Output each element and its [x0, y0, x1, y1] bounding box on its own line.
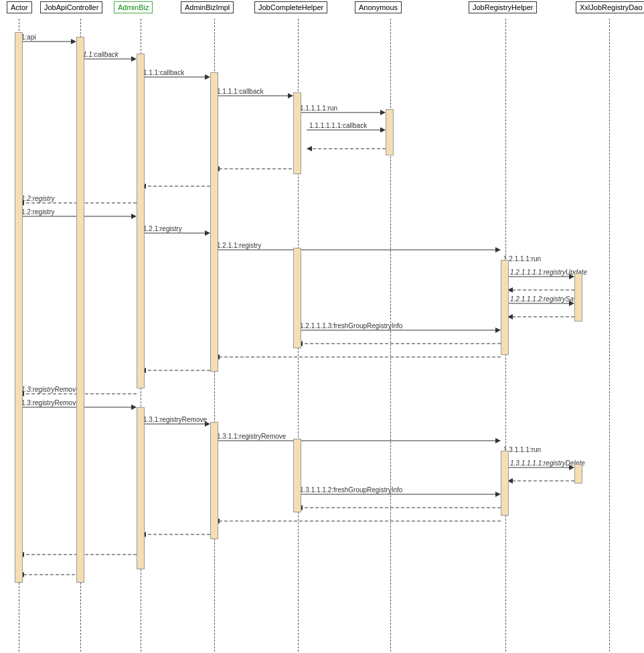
svg-marker-28	[131, 214, 137, 219]
svg-marker-16	[380, 127, 386, 133]
svg-text:1.2.1.1:registry: 1.2.1.1:registry	[217, 242, 261, 249]
svg-text:1.3.1.1.1.2:freshGroupRegistry: 1.3.1.1.1.2:freshGroupRegistryInfo	[300, 486, 403, 494]
svg-marker-19	[307, 146, 312, 151]
svg-text:1.3.1.1.1:run: 1.3.1.1.1:run	[503, 446, 541, 453]
actor-box-jobApiController: JobApiController	[40, 1, 102, 13]
svg-text:1.2:registry: 1.2:registry	[21, 208, 54, 216]
svg-marker-31	[205, 230, 210, 236]
svg-text:1.1.1:callback: 1.1.1:callback	[143, 69, 185, 76]
activation-anonymous1	[386, 109, 394, 155]
svg-text:1.2.1.1.1:run: 1.2.1.1.1:run	[503, 255, 541, 263]
svg-text:1.2:registry: 1.2:registry	[21, 195, 55, 202]
actor-box-jobRegistryHelper: JobRegistryHelper	[469, 1, 537, 13]
svg-marker-34	[495, 247, 501, 252]
svg-text:1.1.1.1.1.1:callback: 1.1.1.1.1.1:callback	[309, 122, 368, 129]
activation-jobCompleteHelper1	[293, 92, 301, 174]
activation-jobApiController	[76, 37, 84, 583]
svg-marker-50	[495, 328, 501, 333]
svg-marker-10	[288, 93, 293, 98]
svg-text:1.2.1.1.1.2:registrySave: 1.2.1.1.1.2:registrySave	[510, 295, 581, 303]
svg-marker-4	[131, 56, 137, 62]
activation-jobCompleteHelper2	[293, 248, 301, 348]
svg-text:1.3:registryRemove: 1.3:registryRemove	[21, 386, 80, 393]
svg-text:1.1.1.1:callback: 1.1.1.1:callback	[217, 88, 264, 95]
activation-actor	[15, 32, 23, 583]
svg-text:1.3.1:registryRemove: 1.3.1:registryRemove	[143, 416, 207, 423]
actor-box-jobCompleteHelper: JobCompleteHelper	[254, 1, 327, 13]
svg-marker-65	[205, 421, 210, 427]
svg-text:1.1:callback: 1.1:callback	[83, 51, 119, 58]
actor-box-anonymous: Anonymous	[355, 1, 402, 13]
svg-marker-62	[131, 405, 137, 410]
actor-box-adminBiz: AdminBiz	[114, 1, 153, 13]
svg-text:1.3.1.1:registryRemove: 1.3.1.1:registryRemove	[217, 433, 287, 440]
activation-jobRegistryHelper2	[501, 451, 509, 516]
svg-marker-13	[380, 110, 386, 115]
svg-text:1.1.1.1.1:run: 1.1.1.1.1:run	[300, 104, 337, 112]
sequence-diagram: 1:api1.1:callback1.1.1:callback1.1.1.1:c…	[0, 0, 644, 653]
svg-text:1.2.1.1.1.3:freshGroupRegistry: 1.2.1.1.1.3:freshGroupRegistryInfo	[300, 322, 403, 330]
svg-text:1.3:registryRemove: 1.3:registryRemove	[21, 399, 80, 407]
activation-xxlJobRegistryDao1	[574, 273, 582, 321]
svg-marker-45	[569, 301, 574, 306]
activation-jobCompleteHelper3	[293, 439, 301, 512]
activation-adminBiz1	[137, 54, 145, 388]
svg-marker-74	[569, 465, 574, 470]
actor-box-xxlJobRegistryDao: XxlJobRegistryDao	[576, 1, 644, 13]
svg-marker-68	[495, 438, 501, 443]
svg-marker-7	[205, 74, 210, 80]
svg-marker-1	[71, 39, 76, 44]
activation-adminBiz2	[137, 407, 145, 569]
svg-marker-40	[569, 274, 574, 279]
activation-adminBizImpl2	[210, 422, 218, 539]
svg-marker-79	[495, 492, 501, 497]
actor-box-actor: Actor	[7, 1, 32, 13]
lifeline-xxlJobRegistryDao	[609, 19, 610, 653]
svg-text:1:api: 1:api	[21, 33, 36, 41]
actor-box-adminBizImpl: AdminBizImpl	[181, 1, 234, 13]
activation-jobRegistryHelper1	[501, 260, 509, 355]
activation-xxlJobRegistryDao2	[574, 464, 582, 484]
svg-text:1.2.1:registry: 1.2.1:registry	[143, 225, 182, 232]
activation-adminBizImpl1	[210, 72, 218, 372]
